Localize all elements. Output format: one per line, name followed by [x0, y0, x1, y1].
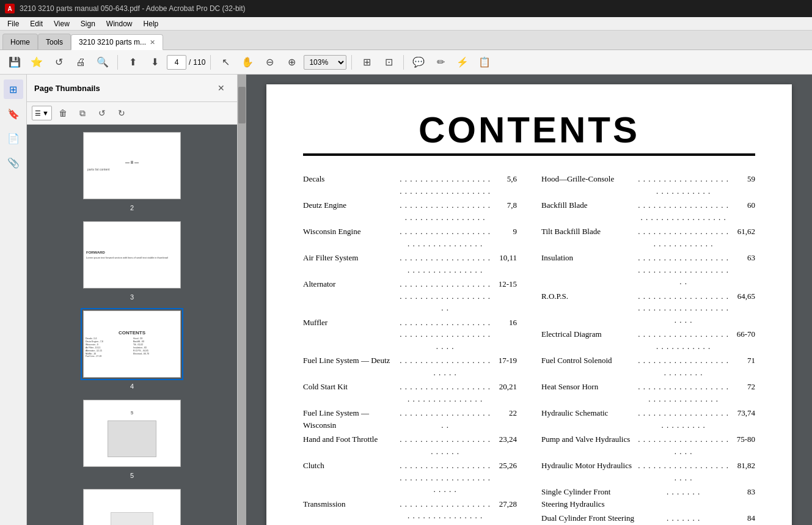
thumb-content-2: — ii — parts list content — [84, 156, 180, 176]
toc-entry-deutz: Deutz Engine . . . . . . . . . . . . . .… — [303, 199, 517, 223]
fit-width-button[interactable]: ⊡ — [379, 53, 398, 72]
history-button[interactable]: ↺ — [49, 53, 68, 72]
tab-tools-label: Tools — [46, 38, 63, 46]
zoom-in-button[interactable]: ⊕ — [282, 53, 301, 72]
bookmarks-icon-button[interactable]: 🔖 — [4, 104, 23, 123]
attachments-icon-button[interactable]: 📎 — [4, 153, 23, 172]
toc-entry-decals: Decals . . . . . . . . . . . . . . . . .… — [303, 173, 517, 197]
page-input[interactable] — [167, 55, 186, 70]
title-text: 3210 3210 parts manual 050-643.pdf - Ado… — [20, 4, 246, 13]
thumbnail-item-2[interactable]: — ii — parts list content 2 — [32, 130, 232, 211]
sidebar-title: Page Thumbnails — [34, 84, 100, 93]
pdf-area[interactable]: CONTENTS Decals . . . . . . . . . . . . … — [246, 75, 812, 525]
total-pages: 110 — [193, 58, 205, 67]
pdf-page: CONTENTS Decals . . . . . . . . . . . . … — [266, 84, 792, 525]
strikethrough-button[interactable]: ⚡ — [453, 53, 472, 72]
contents-title: CONTENTS — [303, 109, 755, 151]
zoom-out-button[interactable]: ⊖ — [260, 53, 279, 72]
toc-left-column: Decals . . . . . . . . . . . . . . . . .… — [303, 173, 517, 525]
menu-window[interactable]: Window — [101, 18, 137, 29]
toc-entry-hood: Hood—Grille-Console . . . . . . . . . . … — [541, 173, 755, 197]
sidebar-header: Page Thumbnails ✕ — [27, 75, 237, 102]
sidebar-redo-button[interactable]: ↻ — [113, 105, 130, 122]
toc-entry-transmission: Transmission . . . . . . . . . . . . . .… — [303, 498, 517, 522]
contents-columns: Decals . . . . . . . . . . . . . . . . .… — [303, 173, 755, 525]
sidebar-scroll-track[interactable] — [238, 75, 246, 525]
toc-right-column: Hood—Grille-Console . . . . . . . . . . … — [541, 173, 755, 525]
toc-entry-insulation: Insulation . . . . . . . . . . . . . . .… — [541, 252, 755, 288]
main-layout: ⊞ 🔖 📄 📎 Page Thumbnails ✕ ☰ ▼ 🗑 ⧉ ↺ ↻ — [0, 75, 812, 525]
sidebar-scroll-thumb[interactable] — [238, 87, 246, 123]
tab-bar: Home Tools 3210 3210 parts m... ✕ — [0, 31, 812, 50]
toc-entry-fuelline-wisc: Fuel Line System — Wisconsin . . . . . .… — [303, 407, 517, 431]
bookmark-button[interactable]: ⭐ — [27, 53, 46, 72]
thumbnail-frame-2: — ii — parts list content — [81, 130, 183, 202]
sidebar-undo-button[interactable]: ↺ — [93, 105, 111, 122]
toc-entry-coldstart: Cold Start Kit . . . . . . . . . . . . .… — [303, 381, 517, 405]
sidebar-container: ⊞ 🔖 📄 📎 Page Thumbnails ✕ ☰ ▼ 🗑 ⧉ ↺ ↻ — [0, 75, 238, 525]
toc-entry-singlecylinder: Single Cylinder Front Steering Hydraulic… — [541, 486, 755, 510]
select-tool-button[interactable]: ↖ — [216, 53, 235, 72]
thumbnails-area[interactable]: — ii — parts list content 2 FORWARD L — [27, 125, 237, 525]
menu-edit[interactable]: Edit — [25, 18, 48, 29]
toc-entry-fuelcontrol: Fuel Control Solenoid . . . . . . . . . … — [541, 354, 755, 378]
stamp-button[interactable]: 📋 — [475, 53, 494, 72]
toc-entry-handfoot: Hand and Foot Throttle . . . . . . . . .… — [303, 433, 517, 457]
search-button[interactable]: 🔍 — [93, 53, 112, 72]
menu-bar: File Edit View Sign Window Help — [0, 17, 812, 31]
zoom-select[interactable]: 103% 50% 75% 100% 125% 150% 200% — [304, 55, 346, 70]
thumbnail-img-4: CONTENTS Decals...5,6Deutz Engine...7,8W… — [83, 310, 181, 378]
print-button[interactable]: 🖨 — [71, 53, 90, 72]
thumbnail-img-5: 5 — [83, 400, 181, 467]
thumbnail-label-5: 5 — [130, 472, 134, 479]
menu-view[interactable]: View — [49, 18, 75, 29]
highlight-button[interactable]: ✏ — [431, 53, 450, 72]
tab-document[interactable]: 3210 3210 parts m... ✕ — [71, 34, 163, 50]
thumbnail-label-2: 2 — [130, 204, 134, 211]
toc-entry-fuelline-deutz: Fuel Line System — Deutz . . . . . . . .… — [303, 354, 517, 378]
toc-entry-rops: R.O.P.S. . . . . . . . . . . . . . . . .… — [541, 290, 755, 326]
fit-page-button[interactable]: ⊞ — [357, 53, 376, 72]
sidebar-options-dropdown[interactable]: ☰ ▼ — [32, 106, 52, 120]
thumb-content-5: 5 — [105, 408, 159, 460]
tab-close-icon[interactable]: ✕ — [150, 39, 155, 46]
thumbnail-frame-4: CONTENTS Decals...5,6Deutz Engine...7,8W… — [81, 308, 183, 380]
layers-icon-button[interactable]: 📄 — [4, 128, 23, 148]
sidebar-delete-button[interactable]: 🗑 — [54, 105, 71, 122]
sidebar-dropdown-arrow: ▼ — [42, 109, 49, 117]
thumbnails-icon-button[interactable]: ⊞ — [4, 79, 23, 99]
thumbnail-item-4[interactable]: CONTENTS Decals...5,6Deutz Engine...7,8W… — [32, 308, 232, 390]
thumbnail-item-5[interactable]: 5 5 — [32, 397, 232, 479]
thumbnail-item-6[interactable]: 6 — [32, 486, 232, 525]
page-navigation: / 110 — [167, 55, 205, 70]
thumbnail-label-4: 4 — [130, 383, 134, 390]
toc-entry-clutch: Clutch . . . . . . . . . . . . . . . . .… — [303, 460, 517, 496]
left-icon-rail: ⊞ 🔖 📄 📎 — [0, 75, 27, 525]
thumbnail-img-3: FORWARD Lorem ipsum text forward section… — [83, 221, 181, 288]
toc-entry-dualcylinder: Dual Cylinder Front Steering Hydraulics … — [541, 512, 755, 525]
next-page-button[interactable]: ⬇ — [145, 53, 164, 72]
toc-entry-heatsensor: Heat Sensor Horn . . . . . . . . . . . .… — [541, 381, 755, 405]
menu-sign[interactable]: Sign — [76, 18, 100, 29]
sidebar-close-button[interactable]: ✕ — [213, 79, 230, 97]
toolbar: 💾 ⭐ ↺ 🖨 🔍 ⬆ ⬇ / 110 ↖ ✋ ⊖ ⊕ 103% 50% 75%… — [0, 50, 812, 75]
toc-entry-electrical: Electrical Diagram . . . . . . . . . . .… — [541, 328, 755, 352]
tab-tools[interactable]: Tools — [38, 34, 71, 50]
toc-entry-hydraulicschematic: Hydraulic Schematic . . . . . . . . . . … — [541, 407, 755, 431]
thumbnail-item-3[interactable]: FORWARD Lorem ipsum text forward section… — [32, 219, 232, 301]
save-button[interactable]: 💾 — [5, 53, 24, 72]
menu-help[interactable]: Help — [139, 18, 164, 29]
sidebar-extract-button[interactable]: ⧉ — [74, 105, 91, 122]
contents-underline — [303, 153, 755, 156]
toc-entry-airfilter: Air Filter System . . . . . . . . . . . … — [303, 252, 517, 276]
toc-entry-wisconsin: Wisconsin Engine . . . . . . . . . . . .… — [303, 226, 517, 249]
toolbar-separator-4 — [403, 55, 404, 70]
thumbnail-img-6 — [83, 489, 181, 525]
tab-home-label: Home — [10, 38, 30, 46]
comment-button[interactable]: 💬 — [409, 53, 428, 72]
menu-file[interactable]: File — [2, 18, 24, 29]
prev-page-button[interactable]: ⬆ — [123, 53, 142, 72]
hand-tool-button[interactable]: ✋ — [238, 53, 257, 72]
toc-entry-tiltbackfill: Tilt Backfill Blade . . . . . . . . . . … — [541, 226, 755, 249]
tab-home[interactable]: Home — [2, 34, 38, 50]
